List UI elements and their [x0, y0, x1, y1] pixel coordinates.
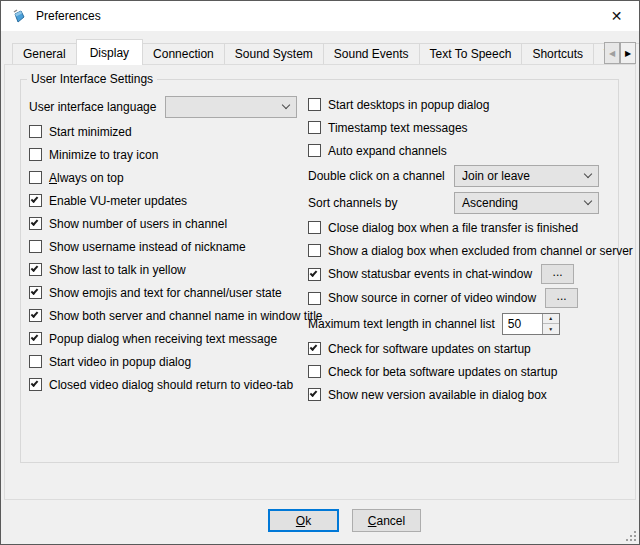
spinner-value: 50: [503, 314, 542, 334]
checkbox-label[interactable]: Show username instead of nickname: [49, 240, 246, 254]
checkbox-label[interactable]: Check for beta software updates on start…: [328, 365, 557, 379]
chevron-down-icon: [584, 169, 592, 177]
max-text-length-row: Maximum text length in channel list 50 ▲…: [308, 310, 620, 337]
check-icon: [31, 264, 39, 272]
sort-channels-value: Ascending: [462, 196, 518, 210]
chevron-down-icon: [282, 100, 290, 108]
arrow-up-icon: ▲: [548, 315, 553, 321]
cancel-label: Cancel: [368, 514, 405, 528]
checkbox-row: Popup dialog when receiving text message: [29, 327, 305, 350]
checkbox-show-new-version[interactable]: [308, 388, 321, 401]
tab-sound-events[interactable]: Sound Events: [323, 43, 420, 64]
tab-scroll-buttons: ◀ ▶: [604, 42, 636, 64]
checkbox-label[interactable]: Close dialog box when a file transfer is…: [328, 221, 578, 235]
video-source-more-button[interactable]: ...: [545, 288, 578, 308]
cancel-button[interactable]: Cancel: [352, 509, 421, 532]
ellipsis-label: ...: [557, 290, 567, 302]
checkbox-popup-text-message[interactable]: [29, 332, 42, 345]
checkbox-row: Show source in corner of video window ..…: [308, 286, 620, 310]
sort-channels-label: Sort channels by: [308, 196, 454, 210]
check-icon: [31, 310, 39, 318]
tab-display[interactable]: Display: [76, 39, 143, 65]
checkbox-label[interactable]: Minimize to tray icon: [49, 148, 158, 162]
checkbox-row: Show a dialog box when excluded from cha…: [308, 239, 620, 262]
checkbox-start-minimized[interactable]: [29, 125, 42, 138]
checkbox-label[interactable]: Closed video dialog should return to vid…: [49, 378, 293, 392]
checkbox-show-user-count[interactable]: [29, 217, 42, 230]
close-button[interactable]: ✕: [594, 1, 639, 31]
checkbox-row: Timestamp text messages: [308, 116, 620, 139]
check-icon: [310, 269, 318, 277]
checkbox-label[interactable]: Start minimized: [49, 125, 132, 139]
sort-channels-combobox[interactable]: Ascending: [454, 192, 599, 214]
sort-channels-row: Sort channels by Ascending: [308, 189, 620, 216]
checkbox-label[interactable]: Start video in popup dialog: [49, 355, 191, 369]
tab-shortcuts[interactable]: Shortcuts: [521, 43, 594, 64]
tab-text-to-speech[interactable]: Text To Speech: [419, 43, 523, 64]
double-click-combobox[interactable]: Join or leave: [454, 165, 599, 187]
checkbox-last-talk-yellow[interactable]: [29, 263, 42, 276]
checkbox-video-source-corner[interactable]: [308, 292, 321, 305]
checkbox-label[interactable]: Show last to talk in yellow: [49, 263, 186, 277]
checkbox-dialog-when-excluded[interactable]: [308, 244, 321, 257]
checkbox-closed-video-return[interactable]: [29, 378, 42, 391]
checkbox-row: Closed video dialog should return to vid…: [29, 373, 305, 396]
checkbox-row: Show username instead of nickname: [29, 235, 305, 258]
tab-general[interactable]: General: [12, 43, 77, 64]
language-combobox[interactable]: [165, 96, 297, 118]
checkbox-check-beta-updates[interactable]: [308, 365, 321, 378]
checkbox-check-updates[interactable]: [308, 342, 321, 355]
check-icon: [310, 389, 318, 397]
language-label: User interface language: [29, 100, 165, 114]
chevron-left-icon: ◀: [609, 49, 615, 58]
checkbox-label[interactable]: Show new version available in dialog box: [328, 388, 547, 402]
tab-connection[interactable]: Connection: [142, 43, 225, 64]
tab-sound-system[interactable]: Sound System: [224, 43, 324, 64]
checkbox-label[interactable]: Show a dialog box when excluded from cha…: [328, 244, 633, 258]
preferences-dialog: Preferences ✕ General Display Connection…: [0, 0, 640, 545]
resize-grip[interactable]: [623, 528, 637, 542]
checkbox-label[interactable]: Show source in corner of video window: [328, 291, 536, 305]
check-icon: [31, 333, 39, 341]
check-icon: [31, 218, 39, 226]
checkbox-label[interactable]: Timestamp text messages: [328, 121, 468, 135]
tab-scroll-left-button[interactable]: ◀: [604, 42, 620, 64]
checkbox-show-emojis[interactable]: [29, 286, 42, 299]
checkbox-label[interactable]: Popup dialog when receiving text message: [49, 332, 277, 346]
ok-label: Ok: [296, 514, 311, 528]
checkbox-row: Show new version available in dialog box: [308, 383, 620, 406]
checkbox-label[interactable]: Auto expand channels: [328, 144, 447, 158]
statusbar-events-more-button[interactable]: ...: [541, 264, 574, 284]
checkbox-label[interactable]: Start desktops in popup dialog: [328, 98, 489, 112]
checkbox-auto-expand-channels[interactable]: [308, 144, 321, 157]
checkbox-row: Start minimized: [29, 120, 305, 143]
checkbox-label[interactable]: Check for software updates on startup: [328, 342, 531, 356]
checkbox-always-on-top[interactable]: [29, 171, 42, 184]
checkbox-minimize-to-tray[interactable]: [29, 148, 42, 161]
tab-scroll-right-button[interactable]: ▶: [620, 42, 636, 64]
spinner-up-button[interactable]: ▲: [543, 314, 559, 325]
spinner-buttons: ▲ ▼: [542, 314, 559, 334]
max-text-length-spinner[interactable]: 50 ▲ ▼: [502, 313, 560, 335]
checkbox-label[interactable]: Show statusbar events in chat-window: [328, 267, 532, 281]
checkbox-label[interactable]: Show number of users in channel: [49, 217, 227, 231]
checkbox-label[interactable]: Enable VU-meter updates: [49, 194, 187, 208]
spinner-down-button[interactable]: ▼: [543, 324, 559, 334]
checkbox-show-username[interactable]: [29, 240, 42, 253]
checkbox-server-channel-in-title[interactable]: [29, 309, 42, 322]
checkbox-start-desktops-popup[interactable]: [308, 98, 321, 111]
user-interface-settings-group: User Interface Settings User interface l…: [20, 79, 619, 463]
double-click-value: Join or leave: [462, 169, 530, 183]
check-icon: [31, 195, 39, 203]
checkbox-label[interactable]: Show both server and channel name in win…: [49, 309, 323, 323]
checkbox-label[interactable]: Always on top: [49, 171, 124, 185]
checkbox-enable-vu-meter[interactable]: [29, 194, 42, 207]
checkbox-timestamp-messages[interactable]: [308, 121, 321, 134]
checkbox-row: Minimize to tray icon: [29, 143, 305, 166]
ok-button[interactable]: Ok: [268, 509, 339, 532]
left-column: User interface language Start minimized …: [29, 93, 305, 396]
checkbox-label[interactable]: Show emojis and text for channel/user st…: [49, 286, 282, 300]
checkbox-statusbar-events[interactable]: [308, 268, 321, 281]
checkbox-close-dialog-file-transfer[interactable]: [308, 221, 321, 234]
checkbox-start-video-popup[interactable]: [29, 355, 42, 368]
